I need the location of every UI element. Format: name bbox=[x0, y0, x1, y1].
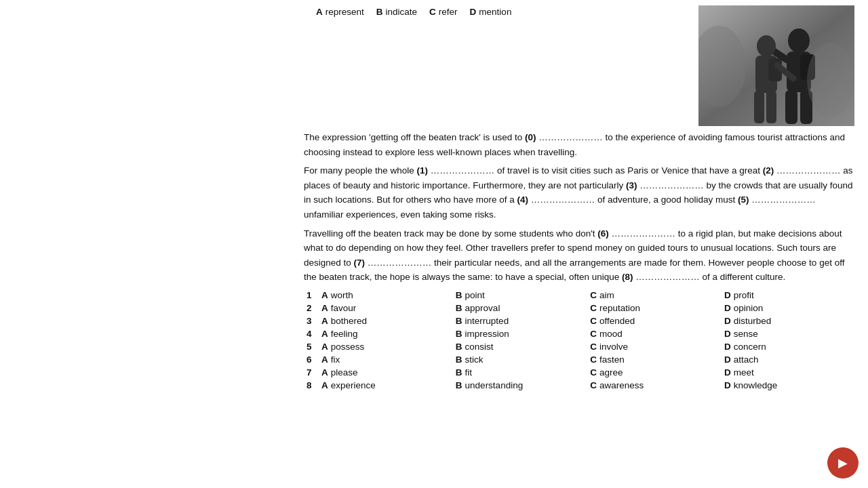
option-2-D: Dopinion bbox=[720, 302, 854, 314]
row-number-5: 5 bbox=[304, 340, 317, 353]
svg-rect-12 bbox=[766, 91, 776, 123]
option-letter: A bbox=[321, 290, 328, 300]
option-word: interrupted bbox=[465, 316, 509, 326]
option-word: awareness bbox=[599, 380, 644, 390]
answers-table: 1AworthBpointCaimDprofit2AfavourBapprova… bbox=[304, 289, 854, 392]
svg-rect-5 bbox=[785, 90, 797, 124]
option-word: stick bbox=[465, 354, 484, 365]
option-word: impression bbox=[465, 329, 509, 339]
option-letter: B bbox=[456, 380, 462, 390]
option-6-C: Cfasten bbox=[586, 353, 720, 366]
option-letter: A bbox=[321, 354, 328, 365]
option-word: meet bbox=[734, 367, 754, 378]
option-1-C: Caim bbox=[586, 289, 720, 302]
svg-rect-11 bbox=[754, 91, 764, 123]
option-letter: C bbox=[590, 342, 597, 352]
answer-row-6: 6AfixBstickCfastenDattach bbox=[304, 353, 854, 366]
option-letter: B bbox=[456, 342, 462, 352]
option-6-D: Dattach bbox=[720, 353, 854, 366]
option-8-A: Aexperience bbox=[317, 379, 452, 392]
option-word: fit bbox=[465, 367, 473, 378]
answer-row-5: 5ApossessBconsistCinvolveDconcern bbox=[304, 340, 854, 353]
option-word: mood bbox=[599, 329, 623, 339]
example-c-word: refer bbox=[439, 7, 458, 17]
option-6-A: Afix bbox=[317, 353, 452, 366]
option-letter: A bbox=[321, 380, 328, 390]
right-panel: A represent B indicate C refer D mention bbox=[298, 0, 868, 488]
row-number-6: 6 bbox=[304, 353, 317, 366]
option-letter: A bbox=[321, 329, 328, 339]
article-paragraph-2: For many people the whole (1) ………………… of… bbox=[304, 163, 854, 222]
option-word: profit bbox=[734, 290, 754, 300]
option-letter: C bbox=[590, 329, 597, 339]
row-number-1: 1 bbox=[304, 289, 317, 302]
play-icon: ▶ bbox=[838, 455, 848, 470]
option-letter: D bbox=[724, 367, 731, 378]
option-word: concern bbox=[734, 342, 766, 352]
option-letter: D bbox=[724, 342, 731, 352]
article-paragraph-1: The expression 'getting off the beaten t… bbox=[304, 130, 854, 159]
example-c-letter: C bbox=[429, 7, 436, 17]
option-6-B: Bstick bbox=[452, 353, 586, 366]
option-letter: A bbox=[321, 342, 328, 352]
option-word: please bbox=[331, 367, 358, 378]
option-word: approval bbox=[465, 303, 500, 313]
photo-box bbox=[698, 5, 854, 126]
option-word: favour bbox=[331, 303, 357, 313]
option-word: sense bbox=[734, 329, 758, 339]
option-letter: C bbox=[590, 290, 597, 300]
option-word: disturbed bbox=[734, 316, 772, 326]
option-letter: B bbox=[456, 354, 462, 365]
option-4-C: Cmood bbox=[586, 327, 720, 340]
svg-point-2 bbox=[788, 28, 810, 53]
option-word: knowledge bbox=[734, 380, 778, 390]
option-7-B: Bfit bbox=[452, 366, 586, 379]
option-word: opinion bbox=[734, 303, 764, 313]
option-5-C: Cinvolve bbox=[586, 340, 720, 353]
option-letter: D bbox=[724, 290, 731, 300]
option-3-C: Coffended bbox=[586, 314, 720, 327]
option-7-D: Dmeet bbox=[720, 366, 854, 379]
option-word: possess bbox=[331, 342, 365, 352]
example-answer-line bbox=[304, 18, 692, 33]
svg-point-8 bbox=[757, 35, 776, 57]
option-4-A: Afeeling bbox=[317, 327, 452, 340]
example-a-letter: A bbox=[316, 7, 323, 17]
example-option-b: B indicate bbox=[376, 7, 417, 17]
option-1-B: Bpoint bbox=[452, 289, 586, 302]
option-word: fasten bbox=[599, 354, 625, 365]
option-letter: C bbox=[590, 367, 597, 378]
answer-row-3: 3AbotheredBinterruptedCoffendedDdisturbe… bbox=[304, 314, 854, 327]
svg-point-15 bbox=[807, 43, 854, 117]
option-letter: C bbox=[590, 303, 597, 313]
option-letter: C bbox=[590, 354, 597, 365]
top-row: A represent B indicate C refer D mention bbox=[304, 5, 854, 126]
example-options: A represent B indicate C refer D mention bbox=[304, 7, 692, 17]
option-word: attach bbox=[734, 354, 759, 365]
option-word: aim bbox=[599, 290, 614, 300]
answer-row-7: 7ApleaseBfitCagreeDmeet bbox=[304, 366, 854, 379]
example-a-word: represent bbox=[326, 7, 364, 17]
option-word: feeling bbox=[331, 329, 358, 339]
row-number-4: 4 bbox=[304, 327, 317, 340]
option-2-A: Afavour bbox=[317, 302, 452, 314]
option-1-A: Aworth bbox=[317, 289, 452, 302]
answer-row-2: 2AfavourBapprovalCreputationDopinion bbox=[304, 302, 854, 314]
option-letter: D bbox=[724, 303, 731, 313]
example-option-d: D mention bbox=[470, 7, 512, 17]
option-letter: D bbox=[724, 329, 731, 339]
option-8-B: Bunderstanding bbox=[452, 379, 586, 392]
example-block: A represent B indicate C refer D mention bbox=[304, 5, 692, 126]
option-7-C: Cagree bbox=[586, 366, 720, 379]
option-letter: A bbox=[321, 316, 328, 326]
example-b-letter: B bbox=[376, 7, 383, 17]
play-button[interactable]: ▶ bbox=[827, 447, 859, 479]
option-5-D: Dconcern bbox=[720, 340, 854, 353]
row-number-7: 7 bbox=[304, 366, 317, 379]
option-letter: B bbox=[456, 303, 462, 313]
option-word: agree bbox=[599, 367, 623, 378]
option-3-A: Abothered bbox=[317, 314, 452, 327]
option-word: involve bbox=[599, 342, 628, 352]
option-4-B: Bimpression bbox=[452, 327, 586, 340]
left-panel bbox=[0, 0, 298, 488]
